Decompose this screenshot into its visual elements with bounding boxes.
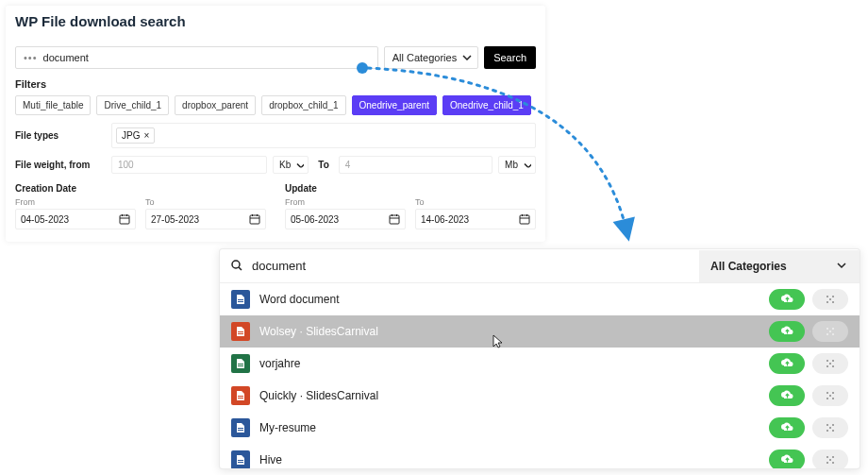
result-row[interactable]: vorjahre [220, 348, 860, 380]
result-actions [769, 289, 848, 310]
creation-date-label: Creation Date [15, 183, 266, 194]
filter-chip[interactable]: Onedrive_parent [352, 95, 438, 115]
date-from-label: From [15, 197, 136, 207]
file-icon [231, 418, 250, 437]
filetypes-input[interactable]: JPG × [111, 123, 536, 148]
results-category-select[interactable]: All Categories [699, 250, 860, 282]
result-row[interactable]: Word document [220, 283, 860, 315]
date-from-label: From [285, 197, 406, 207]
date-to-label: To [145, 197, 266, 207]
download-button[interactable] [769, 353, 805, 374]
result-filename: Quickly · SlidesCarnival [259, 389, 760, 402]
preview-button[interactable] [812, 289, 848, 310]
search-button[interactable]: Search [484, 46, 536, 69]
chevron-down-icon [296, 162, 304, 167]
download-button[interactable] [769, 321, 805, 342]
result-actions [769, 450, 848, 468]
search-input[interactable]: ••• document [15, 46, 378, 69]
calendar-icon [519, 213, 530, 225]
download-button[interactable] [769, 289, 805, 310]
results-dropdown-panel: document All Categories Word documentWol… [219, 248, 860, 469]
weight-to-label: To [318, 160, 328, 170]
filter-chip[interactable]: Drive_child_1 [96, 95, 169, 115]
search-icon [231, 260, 244, 273]
file-icon [231, 386, 250, 405]
update-date-label: Update [285, 183, 536, 194]
file-icon [231, 290, 250, 309]
calendar-icon [119, 213, 130, 225]
result-row[interactable]: Wolsey · SlidesCarnival [220, 315, 860, 348]
weight-to-input[interactable]: 4 [339, 156, 492, 174]
calendar-icon [389, 213, 400, 225]
result-filename: Word document [259, 293, 760, 306]
creation-to-input[interactable]: 27-05-2023 [145, 209, 266, 229]
result-row[interactable]: Quickly · SlidesCarnival [220, 380, 860, 412]
results-category-label: All Categories [710, 260, 787, 273]
file-icon [231, 450, 250, 468]
download-button[interactable] [769, 450, 805, 468]
results-list: Word documentWolsey · SlidesCarnivalvorj… [220, 283, 860, 468]
creation-from-input[interactable]: 04-05-2023 [15, 209, 136, 229]
filetypes-label: File types [15, 130, 102, 141]
weight-from-unit-select[interactable]: Kb [273, 156, 309, 174]
result-filename: My-resume [259, 421, 760, 434]
close-icon[interactable]: × [143, 130, 149, 141]
results-search-text: document [252, 259, 306, 273]
filetype-tag-text: JPG [122, 130, 140, 141]
download-button[interactable] [769, 417, 805, 438]
calendar-icon [249, 213, 260, 225]
filter-chip[interactable]: Onedrive_child_1 [442, 95, 531, 115]
result-filename: Hive [259, 453, 760, 467]
result-actions [769, 417, 848, 438]
result-row[interactable]: My-resume [220, 412, 860, 444]
filter-chip[interactable]: Muti_file_table [15, 95, 91, 115]
file-icon [231, 354, 250, 373]
preview-button[interactable] [812, 450, 848, 468]
category-select-label: All Categories [392, 52, 457, 63]
download-button[interactable] [769, 385, 805, 406]
preview-button[interactable] [812, 385, 848, 406]
weight-from-input[interactable]: 100 [111, 156, 267, 174]
result-row[interactable]: Hive [220, 444, 860, 468]
results-search-input[interactable]: document [220, 249, 699, 282]
preview-button[interactable] [812, 353, 848, 374]
filter-chip-row: Muti_file_tableDrive_child_1dropbox_pare… [15, 95, 536, 115]
result-actions [769, 385, 848, 406]
chevron-down-icon [524, 162, 531, 167]
chevron-down-icon [462, 55, 472, 60]
category-select[interactable]: All Categories [384, 46, 478, 69]
chevron-down-icon [837, 263, 848, 270]
file-icon [231, 322, 250, 341]
result-filename: Wolsey · SlidesCarnival [259, 325, 760, 338]
filetype-tag[interactable]: JPG × [116, 127, 155, 144]
preview-button[interactable] [812, 417, 848, 438]
search-settings-panel: WP File download search ••• document All… [6, 6, 545, 242]
result-actions [769, 321, 848, 342]
page-title: WP File download search [15, 13, 536, 29]
preview-button[interactable] [812, 321, 848, 342]
weight-to-unit-select[interactable]: Mb [498, 156, 536, 174]
weight-label: File weight, from [15, 160, 102, 170]
result-filename: vorjahre [259, 357, 760, 370]
filters-heading: Filters [15, 78, 536, 90]
update-to-input[interactable]: 14-06-2023 [415, 209, 536, 229]
update-from-input[interactable]: 05-06-2023 [285, 209, 406, 229]
search-input-text: document [43, 52, 89, 63]
date-to-label: To [415, 197, 536, 207]
ellipsis-icon: ••• [24, 52, 38, 63]
filter-chip[interactable]: dropbox_parent [175, 95, 256, 115]
filter-chip[interactable]: dropbox_child_1 [261, 95, 345, 115]
result-actions [769, 353, 848, 374]
